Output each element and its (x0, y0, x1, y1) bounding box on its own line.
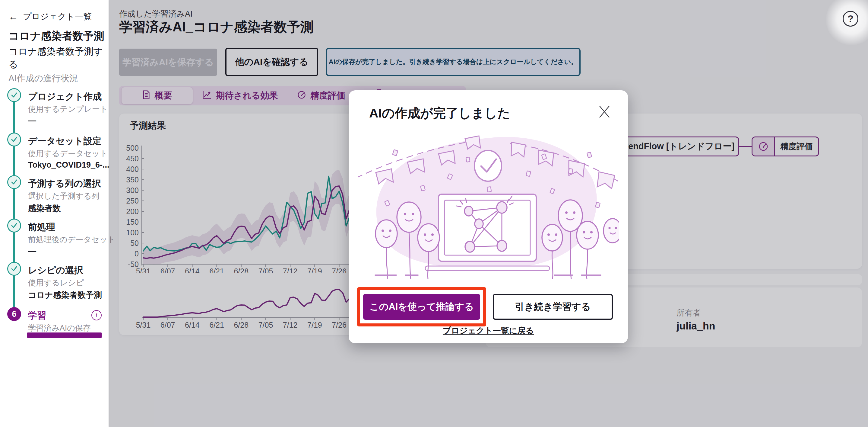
step-sublabel: 使用するテンプレート (28, 104, 108, 114)
modal-title: AIの作成が完了しました (369, 105, 510, 122)
step-title: データセット設定 (28, 135, 102, 147)
progress-heading: AI作成の進行状況 (8, 73, 78, 85)
back-to-projects-link[interactable]: ← プロジェクト一覧 (8, 11, 92, 22)
step-done-check-icon[interactable] (7, 133, 21, 146)
step-subvalue: コロナ感染者数予測 (28, 290, 102, 301)
question-mark-icon: ? (847, 13, 854, 25)
back-arrow-icon: ← (8, 12, 18, 22)
step-subvalue: 感染者数 (28, 203, 61, 214)
close-icon[interactable] (597, 104, 612, 119)
celebration-illustration (358, 126, 619, 281)
step-sublabel: 選択した予測する列 (28, 191, 99, 201)
step-connector-line (13, 95, 15, 314)
training-progress-bar (27, 333, 102, 338)
step-done-check-icon[interactable] (7, 219, 21, 232)
step-subvalue: Tokyo_COVID19_6-... (28, 160, 110, 170)
app-root: ← プロジェクト一覧 コロナ感染者数予測 コロナ感染者数予測する AI作成の進行… (0, 0, 868, 427)
info-icon[interactable]: i (91, 310, 102, 320)
step-title: 予測する列の選択 (28, 177, 101, 190)
project-title: コロナ感染者数予測 (8, 29, 104, 43)
step-sublabel: 使用するデータセット (28, 148, 108, 159)
step-subvalue: — (28, 116, 36, 125)
step-title: 学習 (28, 310, 46, 322)
use-ai-inference-button[interactable]: このAIを使って推論する (363, 294, 480, 320)
step-title: 前処理 (28, 221, 55, 233)
step-done-check-icon[interactable] (7, 88, 21, 102)
step-current-badge[interactable]: 6 (7, 307, 21, 321)
step-subvalue: — (28, 247, 36, 256)
ai-complete-modal: AIの作成が完了しました (349, 90, 628, 343)
step-sublabel: 使用するレシピ (28, 278, 84, 288)
sidebar: ← プロジェクト一覧 コロナ感染者数予測 コロナ感染者数予測する AI作成の進行… (0, 0, 108, 427)
project-subtitle: コロナ感染者数予測する (8, 45, 108, 71)
step-sublabel: 前処理後のデータセット (28, 234, 116, 245)
help-button[interactable]: ? (843, 11, 858, 27)
step-done-check-icon[interactable] (7, 175, 21, 189)
step-title: プロジェクト作成 (28, 91, 102, 103)
back-to-project-list-link[interactable]: プロジェクト一覧に戻る (349, 325, 628, 336)
step-done-check-icon[interactable] (7, 262, 21, 276)
step-sublabel: 学習済みAIの保存 (28, 323, 91, 333)
continue-learning-button[interactable]: 引き続き学習する (493, 294, 613, 320)
back-label: プロジェクト一覧 (23, 11, 92, 22)
step-title: レシピの選択 (28, 264, 83, 277)
